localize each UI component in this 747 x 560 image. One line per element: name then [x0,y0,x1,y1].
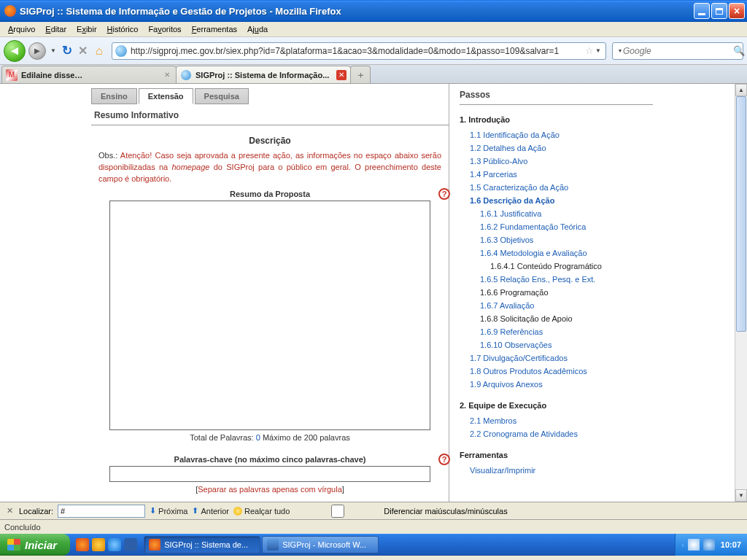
highlight-icon [233,507,242,516]
step-link[interactable]: 1.6.4 Metodologia e Avaliação [460,246,653,260]
help-icon[interactable]: ? [438,188,450,200]
bookmark-star-icon[interactable]: ☆ [585,45,594,56]
browser-tab-2[interactable]: SIGProj :: Sistema de Informação... ✕ [176,66,351,83]
tab-ensino[interactable]: Ensino [91,88,137,104]
tray-icon[interactable] [703,539,715,551]
ql-ie-icon[interactable] [108,538,121,551]
page-viewport: Ensino Extensão Pesquisa Resumo Informat… [0,84,747,502]
steps-h1: 1. Introdução [460,115,653,124]
vertical-scrollbar[interactable]: ▲ ▼ [735,84,747,502]
step-link[interactable]: 1.6.4.1 Conteúdo Programático [460,260,653,273]
address-bar[interactable]: ☆ ▼ [112,42,606,60]
menu-favoritos[interactable]: Favoritos [143,23,186,35]
step-link[interactable]: 1.3 Público-Alvo [460,155,653,168]
gmail-icon: M [6,69,18,81]
history-dropdown-icon[interactable]: ▼ [49,47,58,54]
find-matchcase-checkbox[interactable]: Diferenciar maiúsculas/minúsculas [294,505,507,518]
step-link[interactable]: 1.8 Outros Produtos Acadêmicos [460,365,653,378]
status-text: Concluído [4,523,41,532]
tab-pesquisa[interactable]: Pesquisa [195,88,249,104]
step-link-current[interactable]: 1.6 Descrição da Ação [460,194,653,207]
step-link[interactable]: 1.7 Divulgação/Certificados [460,351,653,365]
tray-expand-icon[interactable]: ‹ [681,540,684,549]
new-tab-button[interactable]: ＋ [350,66,371,83]
step-link[interactable]: 1.9 Arquivos Anexos [460,378,653,391]
step-link[interactable]: 1.6.3 Objetivos [460,233,653,246]
step-link[interactable]: 1.6.7 Avaliação [460,299,653,312]
tab-extensao[interactable]: Extensão [139,88,193,104]
tool-link[interactable]: Visualizar/Imprimir [460,464,653,477]
step-link[interactable]: 1.2 Detalhes da Ação [460,141,653,155]
resumo-textarea[interactable] [109,201,430,430]
maximize-button[interactable] [711,3,727,19]
tab-label: SIGProj :: Sistema de Informação... [196,71,336,79]
home-button[interactable]: ⌂ [93,44,106,58]
step-link[interactable]: 1.5 Caracterização da Ação [460,181,653,194]
menu-editar[interactable]: Editar [40,23,71,35]
taskbar-item-firefox[interactable]: SIGProj :: Sistema de... [144,536,260,553]
app-tabs: Ensino Extensão Pesquisa [91,88,449,104]
windows-taskbar: Iniciar SIGProj :: Sistema de... SIGProj… [0,534,747,556]
scroll-up-icon[interactable]: ▲ [735,84,747,96]
find-input[interactable] [58,505,145,518]
navigation-toolbar: ◄ ► ▼ ↻ ✕ ⌂ ☆ ▼ ▾ 🔍 [0,37,747,65]
start-label: Iniciar [25,539,57,551]
keywords-hint: [Separar as palavras apenas com vírgula] [91,485,449,494]
help-icon[interactable]: ? [438,454,450,465]
menu-historico[interactable]: Histórico [102,23,144,35]
section-title: Resumo Informativo [91,104,449,125]
step-link[interactable]: 1.6.6 Programação [460,286,653,299]
ql-desktop-icon[interactable] [124,538,137,551]
steps-sidebar: Passos 1. Introdução 1.1 Identificação d… [449,84,653,502]
step-link[interactable]: 2.2 Cronograma de Atividades [460,427,653,440]
scroll-down-icon[interactable]: ▼ [735,489,747,502]
taskbar-clock[interactable]: 10:07 [721,540,741,549]
steps-h2: 2. Equipe de Execução [460,401,653,410]
forward-button[interactable]: ► [28,42,46,60]
minimize-button[interactable] [694,3,710,19]
tab-close-icon[interactable]: ✕ [162,70,172,80]
steps-title: Passos [460,84,653,105]
step-link[interactable]: 1.1 Identificação da Ação [460,128,653,141]
close-button[interactable]: × [729,3,745,19]
start-button[interactable]: Iniciar [0,534,70,556]
step-link[interactable]: 2.1 Membros [460,414,653,427]
find-prev-button[interactable]: ⬆Anterior [192,506,229,516]
search-input[interactable] [623,46,733,56]
menu-ferramentas[interactable]: Ferramentas [187,23,242,35]
taskbar-item-word[interactable]: SIGProj - Microsoft W... [262,536,379,553]
browser-tab-1[interactable]: M Edilaine disse… ✕ [1,66,177,83]
menu-arquivo[interactable]: Arquivo [3,23,40,35]
step-link[interactable]: 1.4 Parcerias [460,168,653,181]
step-link[interactable]: 1.6.5 Relação Ens., Pesq. e Ext. [460,273,653,286]
firefox-icon [149,539,160,551]
search-bar[interactable]: ▾ 🔍 [612,42,743,60]
keywords-input[interactable] [109,466,430,482]
find-next-button[interactable]: ⬇Próxima [150,506,187,516]
search-go-icon[interactable]: 🔍 [733,45,745,56]
ql-outlook-icon[interactable] [92,538,105,551]
ql-firefox-icon[interactable] [76,538,89,551]
step-link[interactable]: 1.6.8 Solicitação de Apoio [460,312,653,325]
reload-button[interactable]: ↻ [61,44,74,58]
windows-flag-icon [7,539,20,551]
matchcase-input[interactable] [294,505,382,518]
find-highlight-button[interactable]: Realçar tudo [233,507,290,516]
back-button[interactable]: ◄ [4,40,26,62]
url-input[interactable] [131,46,582,56]
findbar-close-icon[interactable]: ✕ [4,506,15,516]
menu-exibir[interactable]: Exibir [71,23,102,35]
step-link[interactable]: 1.6.2 Fundamentação Teórica [460,220,653,233]
step-link[interactable]: 1.6.10 Observações [460,338,653,351]
stop-button[interactable]: ✕ [77,44,90,58]
menu-ajuda[interactable]: Ajuda [242,23,273,35]
step-link[interactable]: 1.6.9 Referências [460,325,653,338]
scroll-thumb[interactable] [736,96,746,332]
word-counter: Total de Palavras: 0 Máximo de 200 palav… [91,433,449,442]
tab-close-icon[interactable]: ✕ [336,70,347,80]
window-title: SIGProj :: Sistema de Informação e Gestã… [20,6,694,17]
url-dropdown-icon[interactable]: ▼ [594,47,603,54]
search-engine-dropdown-icon[interactable]: ▾ [617,47,623,54]
step-link[interactable]: 1.6.1 Justificativa [460,207,653,220]
tray-icon[interactable] [688,539,700,551]
